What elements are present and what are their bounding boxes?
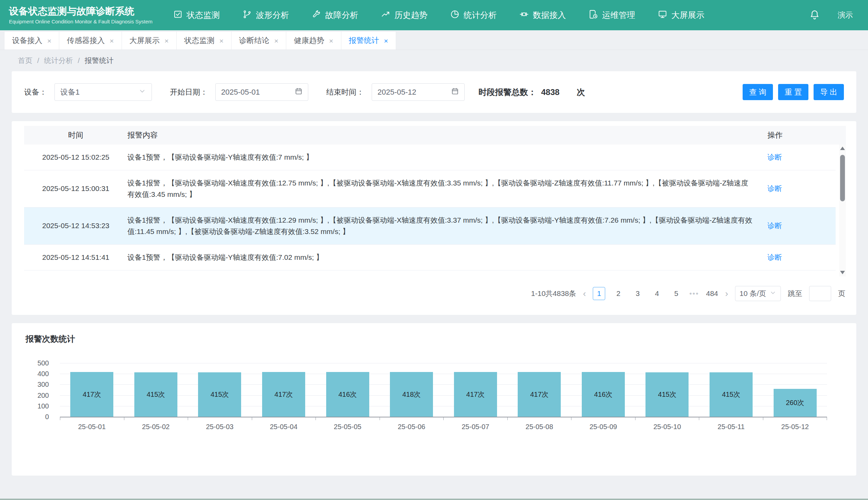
bell-icon[interactable] <box>809 9 820 21</box>
start-date-label: 开始日期： <box>170 87 208 97</box>
column-time: 时间 <box>24 130 127 140</box>
page-4[interactable]: 4 <box>651 287 663 300</box>
nav-label: 状态监测 <box>187 10 220 21</box>
breadcrumb-separator: / <box>78 56 80 65</box>
close-icon[interactable]: × <box>47 37 51 44</box>
tab-label: 设备接入 <box>12 35 42 46</box>
x-axis-ticks <box>60 417 827 420</box>
bar-25-05-05[interactable]: 416次 <box>326 372 369 417</box>
x-tick: 25-05-04 <box>252 423 316 431</box>
breadcrumb-home[interactable]: 首页 <box>18 56 32 65</box>
nav-item-data-access[interactable]: 数据接入 <box>508 0 577 30</box>
tab-alarm-statistics[interactable]: 报警统计 × <box>341 31 396 50</box>
chart-title: 报警次数统计 <box>25 333 843 344</box>
column-content: 报警内容 <box>127 130 767 140</box>
page-1[interactable]: 1 <box>593 287 605 300</box>
table-row: 2025-05-12 14:50:23 设备1报警，【驱动设备驱动端-X轴速度有… <box>24 270 836 276</box>
diagnose-link[interactable]: 诊断 <box>767 184 782 192</box>
query-button[interactable]: 查 询 <box>743 84 773 100</box>
close-icon[interactable]: × <box>384 37 388 44</box>
bar-25-05-02[interactable]: 415次 <box>134 372 177 417</box>
tab-device-access[interactable]: 设备接入 × <box>4 31 59 50</box>
x-tick: 25-05-12 <box>763 423 827 431</box>
breadcrumb-current: 报警统计 <box>85 56 114 65</box>
app-header: 设备状态监测与故障诊断系统 Equipment Online Condition… <box>0 0 868 30</box>
scrollbar-thumb[interactable] <box>840 155 845 201</box>
table-row: 2025-05-12 15:02:25 设备1预警，【驱动设备驱动端-Y轴速度有… <box>24 145 836 170</box>
nav-item-waveform-analysis[interactable]: 波形分析 <box>231 0 300 30</box>
close-icon[interactable]: × <box>165 37 169 44</box>
bar-25-05-08[interactable]: 417次 <box>518 372 561 417</box>
bar-25-05-11[interactable]: 415次 <box>710 372 753 417</box>
app-subtitle: Equipment Online Condition Monitor & Fau… <box>9 19 162 24</box>
device-select[interactable]: 设备1 <box>54 83 152 101</box>
alarm-table-card: 时间 报警内容 操作 2025-05-12 15:02:25 设备1预警，【驱动… <box>12 121 856 315</box>
tab-big-screen[interactable]: 大屏展示 × <box>122 31 177 50</box>
header-right: 演示 <box>809 9 868 21</box>
bar-value-label: 415次 <box>658 390 676 399</box>
end-date-input[interactable]: 2025-05-12 <box>372 83 465 101</box>
bar-25-05-06[interactable]: 418次 <box>390 372 433 417</box>
alarm-chart-card: 报警次数统计 500 400 300 200 100 0 417次 415次 4… <box>12 323 856 476</box>
tab-status-monitor[interactable]: 状态监测 × <box>177 31 231 50</box>
trend-icon <box>381 10 390 21</box>
bar-25-05-10[interactable]: 415次 <box>645 372 689 417</box>
x-tick: 25-05-05 <box>316 423 380 431</box>
page-last[interactable]: 484 <box>706 287 718 300</box>
nav-item-ops-management[interactable]: 运维管理 <box>577 0 647 30</box>
end-date-value: 2025-05-12 <box>378 88 416 97</box>
device-select-value: 设备1 <box>60 87 80 97</box>
page-5[interactable]: 5 <box>670 287 682 300</box>
nav-item-big-screen[interactable]: 大屏展示 <box>647 0 716 30</box>
y-tick: 300 <box>38 381 49 389</box>
tab-label: 报警统计 <box>349 35 379 46</box>
close-icon[interactable]: × <box>274 37 278 44</box>
jump-page-input[interactable] <box>809 286 831 301</box>
nav-label: 波形分析 <box>256 10 289 21</box>
bar-25-05-03[interactable]: 415次 <box>198 372 241 417</box>
calendar-icon <box>295 87 302 97</box>
diagnose-link[interactable]: 诊断 <box>767 253 782 261</box>
diagnose-link[interactable]: 诊断 <box>767 222 782 230</box>
table-row: 2025-05-12 15:00:31 设备1报警，【驱动设备驱动端-X轴速度有… <box>24 170 836 208</box>
close-icon[interactable]: × <box>110 37 114 44</box>
breadcrumb-statistics[interactable]: 统计分析 <box>44 56 73 65</box>
prev-page-icon[interactable]: ‹ <box>583 289 586 298</box>
close-icon[interactable]: × <box>219 37 224 44</box>
close-icon[interactable]: × <box>329 37 333 44</box>
alarm-total: 时段报警总数： 4838 次 <box>478 87 585 98</box>
diagnose-link[interactable]: 诊断 <box>767 153 782 161</box>
nav-label: 统计分析 <box>464 10 497 21</box>
start-date-input[interactable]: 2025-05-01 <box>215 83 308 101</box>
page-size-select[interactable]: 10 条/页 <box>735 286 781 301</box>
bar-chart-plot: 500 400 300 200 100 0 417次 415次 415次 417… <box>60 363 827 417</box>
bar-25-05-04[interactable]: 417次 <box>262 372 305 417</box>
scroll-up-icon[interactable] <box>839 145 846 152</box>
device-label: 设备： <box>24 87 47 97</box>
bar-25-05-09[interactable]: 416次 <box>582 372 625 417</box>
page-3[interactable]: 3 <box>631 287 644 300</box>
calendar-icon <box>451 87 459 97</box>
pages-ellipsis-icon[interactable]: ••• <box>689 289 699 298</box>
bar-25-05-01[interactable]: 417次 <box>70 372 113 417</box>
x-tick: 25-05-08 <box>507 423 571 431</box>
nav-item-statistics[interactable]: 统计分析 <box>439 0 508 30</box>
bar-25-05-07[interactable]: 417次 <box>454 372 497 417</box>
next-page-icon[interactable]: › <box>725 289 728 298</box>
data-connect-icon <box>519 10 529 21</box>
tab-diagnosis-conclusion[interactable]: 诊断结论 × <box>231 31 286 50</box>
user-name[interactable]: 演示 <box>838 10 853 20</box>
tab-health-trend[interactable]: 健康趋势 × <box>286 31 341 50</box>
bar-25-05-12[interactable]: 260次 <box>774 389 817 417</box>
reset-button[interactable]: 重 置 <box>778 84 808 100</box>
nav-item-history-trend[interactable]: 历史趋势 <box>370 0 439 30</box>
table-scrollbar[interactable] <box>839 145 846 276</box>
nav-item-fault-analysis[interactable]: 故障分析 <box>300 0 370 30</box>
page-2[interactable]: 2 <box>612 287 624 300</box>
chevron-down-icon <box>769 289 776 298</box>
nav-item-status-monitor[interactable]: 状态监测 <box>162 0 231 30</box>
scroll-down-icon[interactable] <box>839 269 846 276</box>
x-axis-labels: 25-05-01 25-05-02 25-05-03 25-05-04 25-0… <box>60 423 827 431</box>
export-button[interactable]: 导 出 <box>814 84 844 100</box>
tab-sensor-access[interactable]: 传感器接入 × <box>59 31 122 50</box>
